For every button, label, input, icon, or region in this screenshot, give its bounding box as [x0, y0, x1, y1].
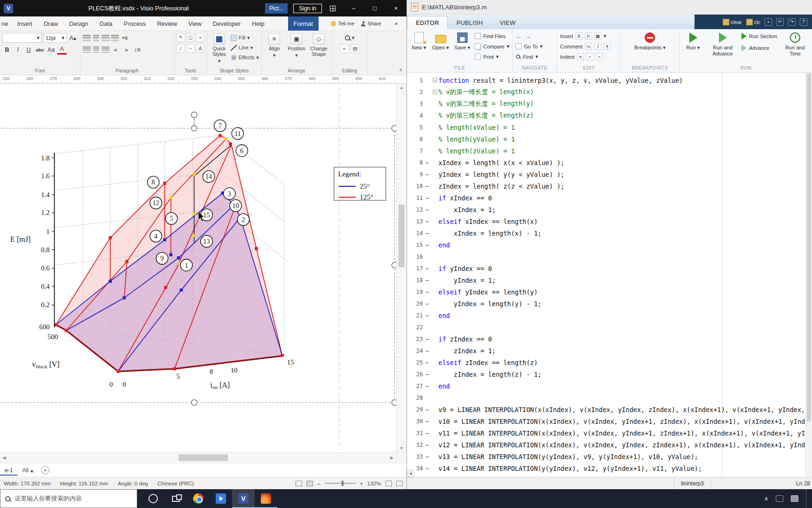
align-button[interactable]: ≡ Align▾ — [264, 33, 284, 58]
compare-button[interactable]: Compare ▾ — [475, 42, 509, 51]
print-button[interactable]: Print ▾ — [475, 52, 509, 61]
uncomment-icon[interactable]: ⁒ — [594, 43, 601, 50]
page-tab[interactable]: e-1 — [0, 465, 18, 476]
show-desktop-button[interactable] — [806, 489, 808, 508]
position-button[interactable]: ▣ Position▾ — [286, 33, 306, 58]
sign-in-button[interactable]: Sign in — [293, 4, 322, 13]
indent-decrease-button[interactable]: « — [111, 45, 120, 55]
text-tool-icon[interactable]: A — [196, 44, 204, 53]
collapse-ribbon-button[interactable]: ∧ — [399, 67, 403, 73]
italic-button[interactable]: I — [13, 45, 23, 55]
find-files-button[interactable]: Find Files — [475, 32, 509, 40]
breakpoint-gutter[interactable]: – — [423, 359, 431, 366]
code-line[interactable]: 13–elseif xIndex == length(x) — [407, 215, 805, 227]
breakpoint-gutter[interactable]: – — [423, 406, 431, 413]
window-mode-icon[interactable] — [306, 481, 313, 486]
go-to-button[interactable]: Go To ▾ — [515, 42, 554, 51]
layers-icon[interactable]: ▤ — [351, 44, 360, 53]
editor-scroll-left-icon[interactable]: ◀ — [407, 469, 414, 477]
code-line[interactable]: 25–elseif zIndex == length(z) — [407, 357, 805, 368]
quick-styles-button[interactable]: Quick Styles▾ — [210, 33, 229, 64]
help-icon[interactable]: ? — [800, 18, 807, 26]
breakpoint-gutter[interactable]: – — [423, 418, 431, 425]
breakpoint-gutter[interactable]: – — [423, 206, 431, 213]
selection-handle[interactable] — [392, 262, 396, 268]
breakpoint-gutter[interactable]: – — [423, 465, 431, 472]
code-line[interactable]: 15–end — [407, 239, 805, 251]
code-line[interactable]: 7% length(zValue) = 1 — [407, 145, 805, 157]
new-button[interactable]: New ▾ — [410, 31, 428, 51]
code-editor[interactable]: 1−function result = lininterp3(x, y, z, … — [407, 72, 812, 477]
language-indicator[interactable]: Chinese (PRC) — [157, 481, 194, 486]
breakpoint-gutter[interactable]: – — [423, 336, 431, 342]
breakpoint-gutter[interactable]: – — [423, 242, 431, 248]
code-line[interactable]: 1−function result = lininterp3(x, y, z, … — [407, 74, 805, 86]
insert-section-icon[interactable]: ≣ — [576, 32, 583, 40]
advance-button[interactable]: Advance — [742, 43, 777, 52]
vertical-scrollbar[interactable]: ▲ ▼ — [396, 84, 406, 452]
align-right-icon[interactable] — [102, 35, 109, 41]
code-line[interactable]: 24– zIndex = 1; — [407, 345, 805, 357]
save-icon[interactable]: ▪ — [765, 18, 772, 26]
toolstrip-tab-view[interactable]: VIEW — [492, 16, 524, 29]
media-app-button[interactable] — [210, 489, 232, 508]
breakpoint-gutter[interactable]: – — [423, 171, 431, 178]
drawing-canvas[interactable]: 1.81.61.41.210.80.60.40.2E [mJ]058101560… — [0, 84, 396, 452]
font-size-select[interactable]: 12pt▾ — [43, 33, 67, 43]
vertical-scroll-thumb[interactable] — [398, 205, 405, 267]
indent-right-icon[interactable]: » — [596, 53, 603, 60]
tray-expand-button[interactable]: ∧ — [764, 495, 768, 502]
breakpoint-gutter[interactable]: – — [423, 442, 431, 448]
horizontal-scrollbar[interactable]: ◀ ▶ — [0, 452, 406, 463]
code-line[interactable]: 6% length(yValue) = 1 — [407, 133, 805, 145]
full-screen-icon[interactable] — [396, 481, 403, 486]
breakpoint-gutter[interactable]: – — [423, 218, 431, 225]
code-line[interactable]: 16 — [407, 251, 805, 262]
line-tool-icon[interactable]: / — [177, 44, 185, 53]
code-line[interactable]: 22 — [407, 321, 805, 333]
ribbon-tab-insert[interactable]: Insert — [11, 16, 38, 31]
ribbon-tab-process[interactable]: Process — [118, 16, 151, 31]
breakpoint-gutter[interactable]: – — [423, 195, 431, 201]
bullets-button[interactable]: •≡ — [120, 33, 130, 43]
wrap-comments-icon[interactable]: ¶ — [604, 43, 611, 50]
breakpoint-gutter[interactable]: – — [423, 453, 431, 460]
align-bottom-icon[interactable] — [102, 47, 109, 53]
connector-tool-icon[interactable]: ◻ — [187, 33, 195, 42]
code-line[interactable]: 31–v11 = LINEAR_INTERPOLATION(x(xIndex),… — [407, 427, 805, 439]
zoom-out-button[interactable]: – — [317, 481, 320, 486]
breakpoint-gutter[interactable]: – — [423, 265, 431, 272]
code-line[interactable]: 14– xIndex = length(x) - 1; — [407, 227, 805, 239]
line-button[interactable]: Line ▾ — [231, 43, 259, 52]
toolstrip-tab-editor[interactable]: EDITOR — [407, 16, 448, 29]
strikethrough-button[interactable]: abc — [35, 45, 45, 55]
cortana-button[interactable] — [142, 489, 164, 508]
code-line[interactable]: 3% v的第二维长度 = length(y) — [407, 98, 805, 110]
code-line[interactable]: 26– zIndex = length(z) - 1; — [407, 368, 805, 380]
zoom-slider-thumb[interactable] — [342, 481, 344, 486]
align-middle-icon[interactable] — [93, 47, 99, 53]
breakpoint-gutter[interactable]: – — [423, 277, 431, 284]
line-spacing-button[interactable]: ↕≡ — [133, 45, 142, 55]
breakpoint-gutter[interactable]: – — [423, 348, 431, 354]
code-line[interactable]: 18– yIndex = 1; — [407, 274, 805, 286]
ribbon-tab-design[interactable]: Design — [63, 16, 94, 31]
indent-left-icon[interactable]: « — [586, 53, 593, 60]
forward-icon[interactable]: → — [524, 32, 531, 40]
ribbon-tab-draw[interactable]: Draw — [38, 16, 63, 31]
code-line[interactable]: 20– yIndex = length(y) - 1; — [407, 298, 805, 310]
run-and-time-button[interactable]: Run and Time — [781, 31, 810, 56]
scroll-left-icon[interactable]: ◀ — [0, 455, 8, 460]
breakpoint-gutter[interactable]: – — [423, 383, 431, 389]
font-color-button[interactable]: A — [57, 45, 67, 55]
matlab-taskbar-button[interactable] — [255, 489, 277, 508]
undo-icon[interactable]: ↶ — [776, 18, 784, 26]
code-line[interactable]: 27–end — [407, 380, 805, 392]
breakpoint-gutter[interactable]: – — [423, 312, 431, 319]
find-button[interactable]: ▾ — [345, 33, 355, 42]
code-line[interactable]: 28 — [407, 392, 805, 404]
zoom-slider[interactable] — [325, 483, 356, 484]
delete-tool-icon[interactable]: × — [196, 33, 204, 42]
redo-icon[interactable]: ↷ — [788, 18, 796, 26]
editor-scroll-thumb[interactable] — [807, 73, 811, 421]
